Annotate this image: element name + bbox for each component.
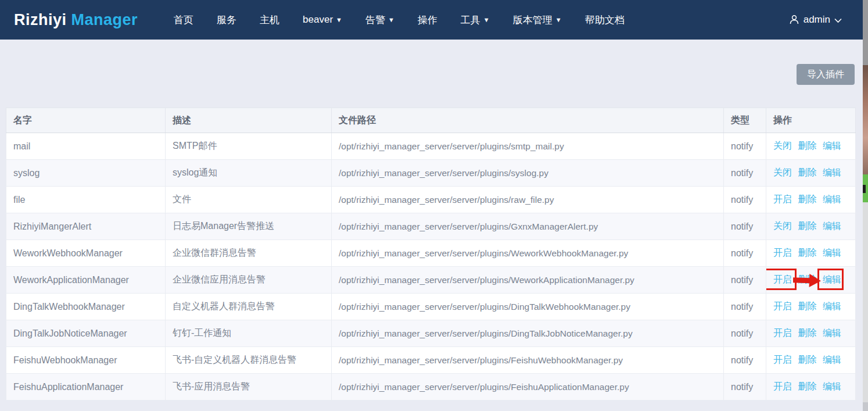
toggle-enable-link[interactable]: 关闭 bbox=[773, 167, 792, 177]
toggle-enable-link[interactable]: 开启 bbox=[773, 301, 792, 311]
nav-item-版本管理[interactable]: 版本管理 ▼ bbox=[513, 13, 562, 27]
import-plugin-button[interactable]: 导入插件 bbox=[797, 64, 855, 85]
nav-item-操作[interactable]: 操作 bbox=[418, 13, 437, 27]
table-row: syslog syslog通知 /opt/rizhiyi_manager_ser… bbox=[6, 160, 856, 187]
nav-item-工具[interactable]: 工具 ▼ bbox=[461, 13, 490, 27]
plugin-name-cell: FeishuWebhookManager bbox=[6, 347, 166, 374]
plugin-type-cell: notify bbox=[724, 160, 766, 187]
plugin-description-cell: 文件 bbox=[166, 187, 332, 213]
delete-link[interactable]: 删除 bbox=[798, 248, 816, 258]
delete-link[interactable]: 删除 bbox=[798, 328, 816, 338]
nav-item-label: 工具 bbox=[461, 13, 480, 27]
user-menu[interactable]: admin bbox=[789, 0, 842, 40]
nav-item-首页[interactable]: 首页 bbox=[174, 13, 193, 27]
plugin-description-cell: 飞书-应用消息告警 bbox=[166, 374, 332, 401]
plugin-filepath-cell: /opt/rizhiyi_manager_server/server/plugi… bbox=[332, 294, 724, 320]
toggle-enable-link[interactable]: 开启 bbox=[773, 274, 792, 284]
plugin-filepath-cell: /opt/rizhiyi_manager_server/server/plugi… bbox=[332, 267, 724, 294]
table-row: WeworkApplicationManager 企业微信应用消息告警 /opt… bbox=[6, 267, 856, 294]
plugin-actions-cell: 开启 删除 编辑 bbox=[766, 187, 856, 213]
delete-link[interactable]: 删除 bbox=[798, 167, 816, 177]
brand-part1: Rizhiyi bbox=[14, 11, 67, 28]
toggle-enable-link[interactable]: 开启 bbox=[773, 194, 792, 204]
plugin-filepath-cell: /opt/rizhiyi_manager_server/server/plugi… bbox=[332, 187, 724, 213]
plugin-actions-cell: 关闭 删除 编辑 bbox=[766, 133, 856, 160]
plugin-name-cell: WeworkApplicationManager bbox=[6, 267, 166, 294]
edit-link[interactable]: 编辑 bbox=[823, 381, 841, 391]
toggle-enable-link[interactable]: 开启 bbox=[773, 248, 792, 258]
plugin-filepath-cell: /opt/rizhiyi_manager_server/server/plugi… bbox=[332, 160, 724, 187]
delete-link[interactable]: 删除 bbox=[798, 355, 816, 364]
nav-item-主机[interactable]: 主机 bbox=[260, 13, 279, 27]
plugins-table: 名字 描述 文件路径 类型 操作 mail SMTP邮件 /opt/rizhiy… bbox=[6, 108, 856, 401]
column-header-actions: 操作 bbox=[766, 108, 856, 133]
toggle-enable-link[interactable]: 开启 bbox=[773, 355, 792, 364]
delete-link[interactable]: 删除 bbox=[798, 381, 816, 391]
table-row: RizhiyiMangerAlert 日志易Manager告警推送 /opt/r… bbox=[6, 213, 856, 240]
edit-link[interactable]: 编辑 bbox=[823, 248, 841, 258]
nav-item-label: beaver bbox=[303, 14, 333, 26]
nav-item-beaver[interactable]: beaver ▼ bbox=[303, 14, 342, 26]
plugin-filepath-cell: /opt/rizhiyi_manager_server/server/plugi… bbox=[332, 133, 724, 160]
chevron-down-icon: ▼ bbox=[555, 17, 562, 23]
toggle-enable-link[interactable]: 开启 bbox=[773, 328, 792, 338]
edit-link[interactable]: 编辑 bbox=[823, 274, 841, 284]
nav-item-label: 首页 bbox=[174, 13, 193, 27]
user-name: admin bbox=[804, 14, 830, 26]
plugin-description-cell: 飞书-自定义机器人群消息告警 bbox=[166, 347, 332, 374]
top-navbar: Rizhiyi Manager 首页 服务 主机 beaver ▼ 告警 ▼ 操… bbox=[0, 0, 868, 40]
column-header-filepath: 文件路径 bbox=[332, 108, 724, 133]
nav-item-label: 操作 bbox=[418, 13, 437, 27]
edit-link[interactable]: 编辑 bbox=[823, 194, 841, 204]
plugin-name-cell: DingTalkJobNoticeManager bbox=[6, 320, 166, 347]
background-window-sliver bbox=[863, 0, 868, 411]
delete-link[interactable]: 删除 bbox=[798, 141, 816, 151]
edit-link[interactable]: 编辑 bbox=[823, 301, 841, 311]
chevron-down-icon: ▼ bbox=[388, 17, 394, 23]
nav-menu: 首页 服务 主机 beaver ▼ 告警 ▼ 操作 工具 ▼ 版本管理 bbox=[174, 13, 625, 27]
edit-link[interactable]: 编辑 bbox=[823, 167, 841, 177]
delete-link[interactable]: 删除 bbox=[798, 221, 816, 231]
nav-item-label: 主机 bbox=[260, 13, 279, 27]
plugin-description-cell: 钉钉-工作通知 bbox=[166, 320, 332, 347]
plugin-name-cell: mail bbox=[6, 133, 166, 160]
plugin-description-cell: syslog通知 bbox=[166, 160, 332, 187]
plugin-name-cell: FeishuApplicationManager bbox=[6, 374, 166, 401]
toggle-enable-link[interactable]: 开启 bbox=[773, 381, 792, 391]
brand-part2: Manager bbox=[71, 11, 138, 28]
table-row: DingTalkWebhookManager 自定义机器人群消息告警 /opt/… bbox=[6, 294, 856, 320]
plugin-name-cell: syslog bbox=[6, 160, 166, 187]
plugin-description-cell: 企业微信应用消息告警 bbox=[166, 267, 332, 294]
delete-link[interactable]: 删除 bbox=[798, 194, 816, 204]
plugin-actions-cell: 开启 删除 编辑 bbox=[766, 374, 856, 401]
plugin-name-cell: DingTalkWebhookManager bbox=[6, 294, 166, 320]
app-logo[interactable]: Rizhiyi Manager bbox=[14, 11, 138, 29]
delete-link[interactable]: 删除 bbox=[798, 274, 816, 284]
table-row: WeworkWebhookManager 企业微信群消息告警 /opt/rizh… bbox=[6, 240, 856, 267]
table-row: FeishuApplicationManager 飞书-应用消息告警 /opt/… bbox=[6, 374, 856, 401]
nav-item-label: 版本管理 bbox=[513, 13, 553, 27]
edit-link[interactable]: 编辑 bbox=[823, 221, 841, 231]
edit-link[interactable]: 编辑 bbox=[823, 141, 841, 151]
column-header-name: 名字 bbox=[6, 108, 166, 133]
chevron-down-icon bbox=[834, 17, 842, 23]
column-header-type: 类型 bbox=[724, 108, 766, 133]
plugin-type-cell: notify bbox=[724, 347, 766, 374]
table-row: mail SMTP邮件 /opt/rizhiyi_manager_server/… bbox=[6, 133, 856, 160]
plugin-actions-cell: 开启 删除 编辑 bbox=[766, 240, 856, 267]
toggle-enable-link[interactable]: 关闭 bbox=[773, 141, 792, 151]
toggle-enable-link[interactable]: 关闭 bbox=[773, 221, 792, 231]
table-row: file 文件 /opt/rizhiyi_manager_server/serv… bbox=[6, 187, 856, 213]
delete-link[interactable]: 删除 bbox=[798, 301, 816, 311]
plugin-type-cell: notify bbox=[724, 240, 766, 267]
plugin-description-cell: 日志易Manager告警推送 bbox=[166, 213, 332, 240]
chevron-down-icon: ▼ bbox=[336, 17, 342, 23]
edit-link[interactable]: 编辑 bbox=[823, 355, 841, 364]
plugin-name-cell: WeworkWebhookManager bbox=[6, 240, 166, 267]
person-icon bbox=[789, 15, 799, 25]
nav-item-告警[interactable]: 告警 ▼ bbox=[365, 13, 394, 27]
edit-link[interactable]: 编辑 bbox=[823, 328, 841, 338]
plugin-actions-cell: 开启 删除 编辑 bbox=[766, 320, 856, 347]
nav-item-帮助文档[interactable]: 帮助文档 bbox=[585, 13, 625, 27]
nav-item-服务[interactable]: 服务 bbox=[217, 13, 236, 27]
